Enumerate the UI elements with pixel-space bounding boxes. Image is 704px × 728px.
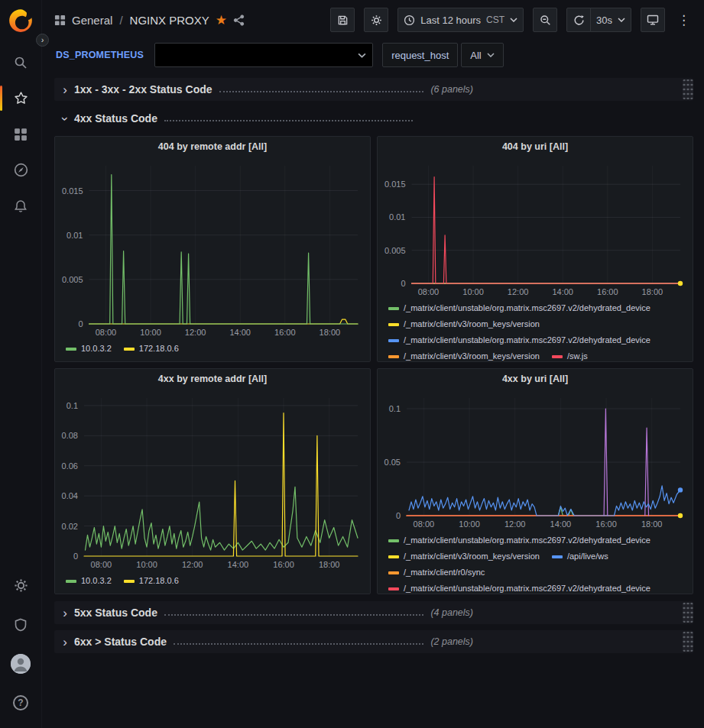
legend-item[interactable]: /_matrix/client/unstable/org.matrix.msc2… xyxy=(388,532,650,548)
chevron-right-icon: › xyxy=(59,607,71,620)
favorite-star-icon[interactable]: ★ xyxy=(216,14,227,27)
svg-text:0.05: 0.05 xyxy=(384,458,401,467)
user-avatar xyxy=(11,654,31,674)
legend-item[interactable]: /_matrix/client/unstable/org.matrix.msc2… xyxy=(388,581,650,594)
svg-text:10:00: 10:00 xyxy=(136,560,157,569)
legend-series-marker xyxy=(388,339,399,342)
row-header-1xx-3xx-2xx[interactable]: › 1xx - 3xx - 2xx Status Code (6 panels) xyxy=(54,78,693,101)
sidebar-nav-bottom: ? xyxy=(0,568,42,720)
shield-icon xyxy=(14,618,28,632)
svg-text:0: 0 xyxy=(401,279,405,288)
refresh-icon xyxy=(573,15,585,26)
panel-title: 4xx by uri [All] xyxy=(502,374,568,384)
row-left: › 1xx - 3xx - 2xx Status Code (6 panels) xyxy=(54,83,473,96)
sidebar-item-server-admin[interactable] xyxy=(0,607,42,642)
svg-text:0.005: 0.005 xyxy=(384,246,406,255)
refresh-button[interactable] xyxy=(566,8,591,32)
sidebar-expand-button[interactable]: › xyxy=(36,34,49,47)
sidebar-item-dashboards[interactable] xyxy=(0,116,42,152)
panel-header[interactable]: 404 by remote addr [All] xyxy=(55,137,370,157)
datasource-variable-select[interactable] xyxy=(154,43,373,67)
svg-text:0: 0 xyxy=(73,552,78,561)
breadcrumb-page-title[interactable]: NGINX PROXY xyxy=(130,14,209,27)
datasource-variable-label[interactable]: DS_PROMETHEUS xyxy=(54,50,145,60)
refresh-interval-dropdown[interactable]: 30s xyxy=(590,8,631,32)
legend-item[interactable]: /_matrix/client/unstable/org.matrix.msc2… xyxy=(388,332,650,348)
gear-icon xyxy=(371,15,382,26)
legend-item[interactable]: 10.0.3.2 xyxy=(66,573,112,589)
legend-item[interactable]: 10.0.3.2 xyxy=(66,341,112,357)
dashboard-settings-button[interactable] xyxy=(364,8,388,32)
legend-series-marker xyxy=(388,587,399,590)
panel-legend: 10.0.3.2172.18.0.6 xyxy=(55,571,370,594)
panel-header[interactable]: 404 by uri [All] xyxy=(378,137,693,157)
legend-item[interactable]: /api/live/ws xyxy=(552,548,608,565)
row-header-5xx[interactable]: › 5xx Status Code (4 panels) xyxy=(54,601,693,624)
row-header-4xx[interactable]: › 4xx Status Code xyxy=(54,107,693,130)
save-icon xyxy=(337,15,349,26)
svg-text:08:00: 08:00 xyxy=(414,519,435,529)
legend-item[interactable]: /_matrix/client/v3/room_keys/version xyxy=(388,316,540,332)
legend-series-marker xyxy=(66,348,76,351)
request-host-label-text: request_host xyxy=(391,50,449,61)
save-dashboard-button[interactable] xyxy=(330,8,355,32)
request-host-variable-select[interactable]: All xyxy=(461,43,503,67)
svg-text:10:00: 10:00 xyxy=(462,287,484,296)
panel-header[interactable]: 4xx by remote addr [All] xyxy=(55,369,370,389)
legend-series-marker xyxy=(552,555,563,558)
zoom-out-button[interactable] xyxy=(533,8,557,32)
row-drag-handle[interactable] xyxy=(683,603,693,623)
breadcrumb-section[interactable]: General xyxy=(72,14,112,27)
panel-title: 404 by remote addr [All] xyxy=(158,141,267,152)
request-host-variable-label[interactable]: request_host xyxy=(382,43,458,67)
panel-header[interactable]: 4xx by uri [All] xyxy=(378,369,693,389)
legend-item[interactable]: /_matrix/client/v3/room_keys/version xyxy=(388,548,540,565)
sidebar: ? xyxy=(0,0,42,728)
svg-text:0.08: 0.08 xyxy=(62,431,78,440)
row-left: › 5xx Status Code (4 panels) xyxy=(54,607,473,620)
cycle-view-button[interactable] xyxy=(641,8,665,32)
row-title: 5xx Status Code xyxy=(74,607,157,619)
legend-item[interactable]: /sw.js xyxy=(552,348,588,361)
row-panel-count: (4 panels) xyxy=(430,607,473,618)
row-drag-handle[interactable] xyxy=(683,79,693,99)
legend-item[interactable]: /_matrix/client/v3/room_keys/version xyxy=(388,348,540,361)
time-series-chart: 08:0010:0012:0014:0016:0018:0000.0050.01… xyxy=(378,157,693,299)
main-area: General / NGINX PROXY ★ Last 12 hours CS… xyxy=(42,0,704,728)
panel-legend: /_matrix/client/unstable/org.matrix.msc2… xyxy=(378,531,693,594)
legend-item[interactable]: 172.18.0.6 xyxy=(124,341,179,357)
help-icon: ? xyxy=(13,695,28,710)
row-panel-count: (2 panels) xyxy=(430,636,473,647)
sidebar-item-help[interactable]: ? xyxy=(0,684,42,720)
legend-series-marker xyxy=(124,580,135,583)
sidebar-item-alerting[interactable] xyxy=(0,188,42,224)
grafana-logo[interactable] xyxy=(8,8,34,34)
share-icon[interactable] xyxy=(233,15,245,26)
svg-text:08:00: 08:00 xyxy=(418,287,440,296)
legend-series-label: /_matrix/client/unstable/org.matrix.msc2… xyxy=(404,332,650,348)
svg-text:08:00: 08:00 xyxy=(96,328,117,337)
row-leader-dots xyxy=(164,116,413,121)
panel-grid: 404 by remote addr [All] 08:0010:0012:00… xyxy=(54,136,693,594)
sidebar-item-explore[interactable] xyxy=(0,152,42,188)
grafana-flame-icon xyxy=(8,8,34,34)
chevron-down-icon xyxy=(618,18,625,22)
sidebar-item-starred[interactable] xyxy=(0,80,42,116)
legend-item[interactable]: /_matrix/client/r0/sync xyxy=(388,565,485,581)
legend-series-marker xyxy=(66,580,76,583)
legend-item[interactable]: 172.18.0.6 xyxy=(124,573,179,589)
svg-text:0.04: 0.04 xyxy=(62,491,78,500)
row-header-6xx[interactable]: › 6xx > Status Code (2 panels) xyxy=(54,630,693,653)
legend-series-marker xyxy=(388,571,399,574)
row-title: 4xx Status Code xyxy=(74,112,157,125)
sidebar-item-search[interactable] xyxy=(0,44,42,80)
row-drag-handle[interactable] xyxy=(683,632,693,652)
time-range-picker[interactable]: Last 12 hours CST xyxy=(397,8,524,32)
gear-icon xyxy=(14,578,28,593)
sidebar-item-configuration[interactable] xyxy=(0,568,42,603)
kebab-menu-button[interactable]: ⋮ xyxy=(674,8,693,32)
kebab-icon: ⋮ xyxy=(677,14,690,27)
legend-item[interactable]: /_matrix/client/unstable/org.matrix.msc2… xyxy=(388,300,650,316)
chevron-right-icon: › xyxy=(59,636,71,649)
sidebar-item-profile[interactable] xyxy=(0,645,42,681)
